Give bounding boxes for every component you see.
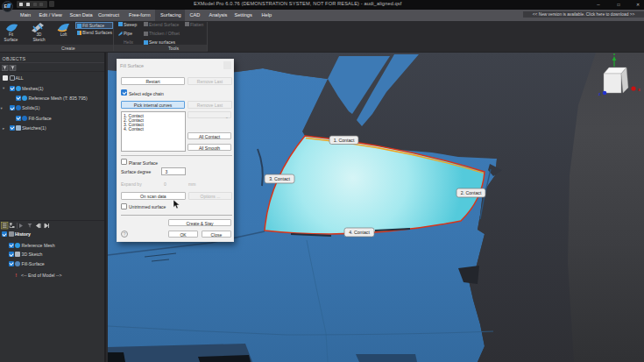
svg-text:2. Contact: 2. Contact xyxy=(461,190,482,195)
svg-text:1. Contact: 1. Contact xyxy=(334,138,355,143)
svg-text:4. Contact: 4. Contact xyxy=(349,230,370,235)
svg-text:3. Contact: 3. Contact xyxy=(269,176,290,181)
svg-text:x: x xyxy=(638,87,640,92)
